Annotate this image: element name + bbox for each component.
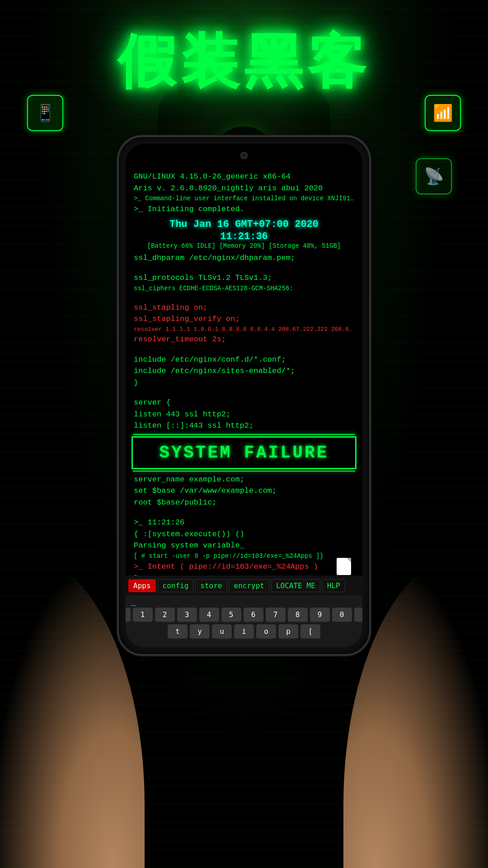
- term-datetime: Thu Jan 16 GMT+07:00 2020: [134, 219, 354, 230]
- ssl-stapling-verify: ssl_stapling_verify on;: [134, 313, 354, 325]
- camera-notch: [240, 152, 248, 159]
- phone-frame: GNU/LINUX 4.15.0-26_generic x86-64 Aris …: [117, 136, 371, 656]
- term-line-1: GNU/LINUX 4.15.0-26_generic x86-64: [134, 171, 354, 183]
- ssl-line-2: ssl_protocols TLSv1.2 TLSv1.3;: [134, 272, 354, 284]
- kbd-key-dash[interactable]: -: [354, 608, 363, 623]
- ssl-line-3: ssl_ciphers ECDHE-ECDSA-AES128-GCM-SHA25…: [134, 284, 354, 293]
- term-status: [Battery 66% IDLE] [Memory 20%] [Storage…: [134, 242, 354, 250]
- ssl-stapling-on: ssl_stapling on;: [134, 302, 354, 314]
- terminal-content[interactable]: GNU/LINUX 4.15.0-26_generic x86-64 Aris …: [126, 144, 362, 647]
- tab-locate[interactable]: LOCATE ME: [271, 579, 320, 592]
- kbd-key-y[interactable]: y: [190, 624, 210, 639]
- phone-tabs: Apps config store encrypt LOCATE ME HLP: [126, 576, 362, 595]
- kbd-key-5[interactable]: 5: [221, 608, 241, 623]
- set-base: set $base /var/www/example.com;: [134, 485, 354, 497]
- parsing-1: Parsing system variable_: [134, 540, 354, 552]
- server-name: server_name example.com;: [134, 474, 354, 486]
- tab-encrypt[interactable]: encrypt: [229, 579, 269, 592]
- listen-443: listen 443 ssl http2;: [134, 409, 354, 420]
- system-failure-text: SYSTEM FAILURE: [159, 443, 328, 462]
- kbd-key-2[interactable]: 2: [155, 608, 175, 623]
- term-line-2: Aris v. 2.6.8.8920_nightly aris abui 202…: [134, 183, 354, 194]
- kbd-key-o[interactable]: o: [256, 624, 276, 639]
- tab-config[interactable]: config: [158, 579, 194, 592]
- execute-1: { :[system.execute()) (): [134, 528, 354, 540]
- include-sites: include /etc/nginx/sites-enabled/*;: [134, 365, 354, 377]
- resolver-line: resolver 1.1.1.1 1.0.0.1 8.8.8.8 8.8.4.4…: [134, 325, 354, 334]
- tab-apps[interactable]: Apps: [128, 579, 156, 592]
- ssl-line-1: ssl_dhparam /etc/nginx/dhparam.pem;: [134, 252, 354, 264]
- listen-ipv6: listen [::]:443 ssl http2;: [134, 420, 354, 432]
- kbd-cursor: _: [126, 595, 362, 607]
- term-line-4: >_ Initiating completed.: [134, 203, 354, 215]
- file-icon: [337, 558, 351, 575]
- term-line-3: >_ Command-line user interface installed…: [134, 194, 354, 203]
- kbd-row-numbers: ` 1 2 3 4 5 6 7 8 9 0 -: [126, 607, 362, 623]
- kbd-key-1[interactable]: 1: [133, 608, 153, 623]
- phone-screen: GNU/LINUX 4.15.0-26_generic x86-64 Aris …: [126, 144, 362, 647]
- float-icon-signal: 📡: [416, 158, 452, 194]
- kbd-key-tilde[interactable]: `: [126, 608, 131, 623]
- kbd-key-7[interactable]: 7: [266, 608, 286, 623]
- kbd-key-9[interactable]: 9: [310, 608, 330, 623]
- start-apps: [ # start -user 0 -p pipe://id=103/exe=_…: [134, 552, 354, 561]
- tab-store[interactable]: store: [195, 579, 227, 592]
- kbd-key-3[interactable]: 3: [177, 608, 197, 623]
- include-conf: include /etc/nginx/conf.d/*.conf;: [134, 354, 354, 366]
- kbd-key-0[interactable]: 0: [332, 608, 352, 623]
- intent-apps: >_ Intent ( pipe://id=103/exe=_%24Apps ): [134, 561, 354, 573]
- tab-hlp[interactable]: HLP: [322, 579, 345, 592]
- kbd-key-6[interactable]: 6: [244, 608, 263, 623]
- root-base: root $base/public;: [134, 497, 354, 509]
- kbd-key-8[interactable]: 8: [288, 608, 308, 623]
- kbd-key-4[interactable]: 4: [199, 608, 219, 623]
- phone-keyboard: _ ` 1 2 3 4 5 6 7 8 9 0 - t y u i o: [126, 595, 362, 647]
- brace-close-1: }: [134, 377, 354, 389]
- timestamp-1: >_ 11:21:26: [134, 517, 354, 528]
- kbd-key-i[interactable]: i: [234, 624, 254, 639]
- kbd-key-p[interactable]: p: [278, 624, 298, 639]
- page-title: 假装黑客: [0, 23, 488, 102]
- kbd-key-u[interactable]: u: [212, 624, 232, 639]
- server-open: server {: [134, 397, 354, 409]
- term-time: 11:21:36: [134, 231, 354, 242]
- resolver-timeout: resolver_timeout 2s;: [134, 334, 354, 345]
- system-failure-banner: SYSTEM FAILURE: [131, 436, 357, 469]
- kbd-key-bracket[interactable]: [: [300, 624, 320, 639]
- kbd-key-t[interactable]: t: [168, 624, 188, 639]
- kbd-row-letters: t y u i o p [: [126, 623, 362, 640]
